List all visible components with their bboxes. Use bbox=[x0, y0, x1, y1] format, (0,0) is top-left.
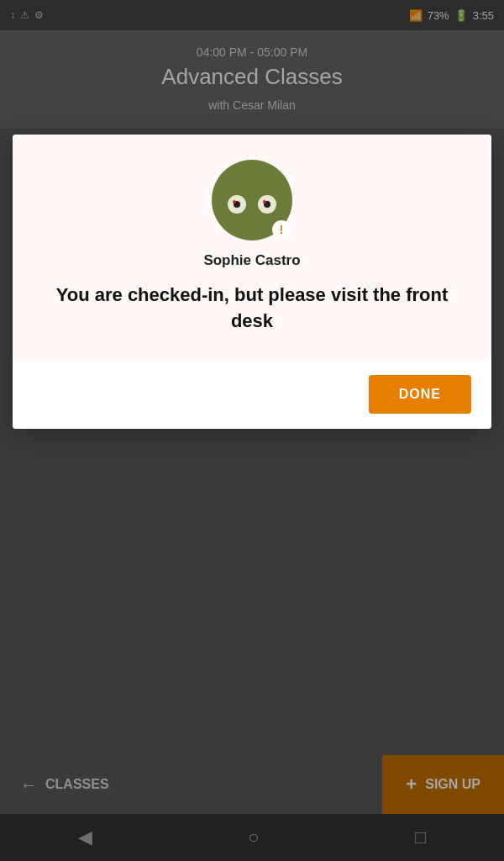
eye-glint-right bbox=[263, 200, 266, 203]
modal-message: You are checked-in, but please visit the… bbox=[38, 283, 466, 335]
user-name: Sophie Castro bbox=[38, 252, 466, 269]
modal-overlay: ! Sophie Castro You are checked-in, but … bbox=[0, 0, 504, 861]
done-button[interactable]: DONE bbox=[369, 375, 471, 414]
checkin-modal: ! Sophie Castro You are checked-in, but … bbox=[13, 135, 491, 429]
eye-left bbox=[228, 195, 246, 214]
avatar-face bbox=[228, 195, 276, 214]
alert-badge: ! bbox=[272, 220, 291, 239]
avatar-container: ! bbox=[212, 160, 292, 240]
modal-body: ! Sophie Castro You are checked-in, but … bbox=[13, 135, 491, 360]
eye-right bbox=[258, 195, 276, 214]
modal-footer: DONE bbox=[13, 360, 491, 429]
eye-glint-left bbox=[233, 200, 236, 203]
